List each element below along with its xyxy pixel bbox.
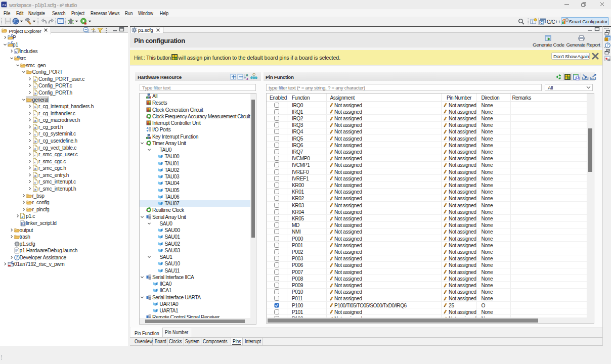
svg-text:.c: .c (21, 215, 23, 219)
svg-text:L: L (22, 222, 24, 225)
svg-text:.c: .c (33, 133, 36, 137)
svg-text:.h: .h (33, 119, 36, 123)
svg-text:?: ? (16, 255, 18, 260)
svg-text:C: C (540, 21, 543, 24)
svg-text:.c: .c (33, 78, 36, 82)
svg-text:.h: .h (33, 188, 36, 192)
svg-text:h: h (15, 50, 17, 54)
svg-text:.c: .c (33, 147, 36, 151)
svg-text:.h: .h (33, 140, 36, 144)
svg-text:.c: .c (33, 85, 36, 89)
svg-text:.c: .c (33, 181, 36, 185)
svg-text:.h: .h (33, 174, 36, 178)
svg-text:.h: .h (33, 105, 36, 109)
svg-text:.h: .h (33, 92, 36, 96)
svg-text:.c: .c (33, 153, 36, 157)
svg-text:.c: .c (33, 160, 36, 164)
svg-text:.h: .h (33, 167, 36, 171)
svg-text:.h: .h (33, 126, 36, 130)
svg-text:.c: .c (33, 112, 36, 116)
svg-text:z: z (246, 77, 248, 80)
